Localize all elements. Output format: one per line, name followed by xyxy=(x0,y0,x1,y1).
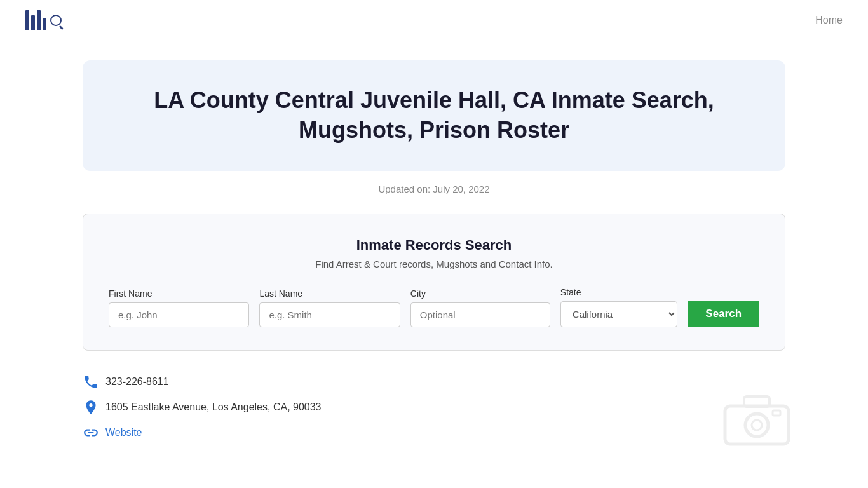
hero-title: LA County Central Juvenile Hall, CA Inma… xyxy=(121,86,747,146)
search-card: Inmate Records Search Find Arrest & Cour… xyxy=(83,214,785,351)
hero-banner: LA County Central Juvenile Hall, CA Inma… xyxy=(83,60,785,171)
first-name-input[interactable] xyxy=(109,302,249,327)
website-link[interactable]: Website xyxy=(105,427,142,438)
camera-icon xyxy=(722,390,792,447)
logo-search-icon xyxy=(50,15,62,26)
website-item: Website xyxy=(83,424,785,441)
state-select[interactable]: AlabamaAlaskaArizonaArkansasCaliforniaCo… xyxy=(560,301,678,327)
first-name-group: First Name xyxy=(109,288,249,327)
nav-home-link[interactable]: Home xyxy=(815,15,843,26)
search-card-title: Inmate Records Search xyxy=(109,237,759,254)
contact-section: 323-226-8611 1605 Eastlake Avenue, Los A… xyxy=(83,374,785,441)
updated-text: Updated on: July 20, 2022 xyxy=(0,184,868,194)
logo xyxy=(25,10,62,30)
phone-item: 323-226-8611 xyxy=(83,374,785,390)
phone-text: 323-226-8611 xyxy=(105,376,169,388)
search-card-subtitle: Find Arrest & Court records, Mugshots an… xyxy=(109,259,759,269)
address-icon xyxy=(83,399,99,416)
city-group: City xyxy=(410,288,550,327)
last-name-group: Last Name xyxy=(259,288,400,327)
svg-rect-4 xyxy=(773,410,780,416)
address-text: 1605 Eastlake Avenue, Los Angeles, CA, 9… xyxy=(105,402,322,413)
camera-decoration xyxy=(722,390,792,450)
address-item: 1605 Eastlake Avenue, Los Angeles, CA, 9… xyxy=(83,399,785,416)
svg-rect-0 xyxy=(725,406,789,444)
state-label: State xyxy=(560,287,678,297)
svg-point-3 xyxy=(752,420,762,430)
last-name-input[interactable] xyxy=(259,302,400,327)
header: Home xyxy=(0,0,868,41)
state-group: State AlabamaAlaskaArizonaArkansasCalifo… xyxy=(560,287,678,327)
search-form: First Name Last Name City State AlabamaA… xyxy=(109,287,759,327)
search-button[interactable]: Search xyxy=(688,301,759,327)
link-icon xyxy=(83,424,99,441)
city-input[interactable] xyxy=(410,302,550,327)
logo-bars-icon xyxy=(25,10,46,30)
city-label: City xyxy=(410,288,550,299)
phone-icon xyxy=(83,374,99,390)
svg-point-1 xyxy=(745,414,768,437)
first-name-label: First Name xyxy=(109,288,249,299)
last-name-label: Last Name xyxy=(259,288,400,299)
